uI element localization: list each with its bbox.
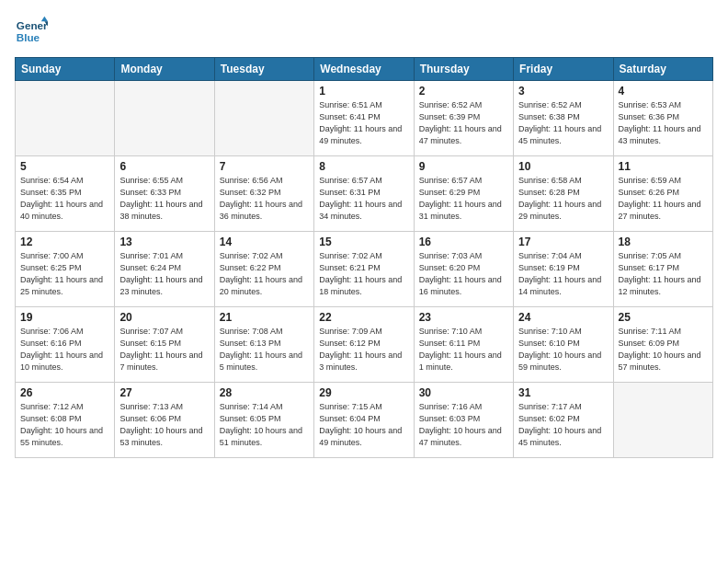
calendar-cell: 10Sunrise: 6:58 AM Sunset: 6:28 PM Dayli…: [514, 156, 613, 232]
calendar-cell: 4Sunrise: 6:53 AM Sunset: 6:36 PM Daylig…: [613, 81, 712, 156]
day-number: 23: [419, 311, 508, 324]
day-info: Sunrise: 7:05 AM Sunset: 6:17 PM Dayligh…: [619, 250, 708, 298]
weekday-header-sunday: Sunday: [16, 58, 115, 81]
day-number: 31: [518, 386, 608, 399]
day-number: 29: [319, 386, 408, 399]
day-info: Sunrise: 7:09 AM Sunset: 6:12 PM Dayligh…: [319, 326, 408, 373]
day-info: Sunrise: 6:56 AM Sunset: 6:32 PM Dayligh…: [220, 175, 309, 223]
day-number: 18: [619, 236, 708, 248]
day-info: Sunrise: 7:10 AM Sunset: 6:11 PM Dayligh…: [419, 326, 508, 373]
week-row-4: 19Sunrise: 7:06 AM Sunset: 6:16 PM Dayli…: [16, 307, 713, 383]
day-number: 3: [518, 85, 608, 98]
day-number: 7: [220, 160, 309, 173]
day-info: Sunrise: 7:04 AM Sunset: 6:19 PM Dayligh…: [518, 250, 608, 298]
day-number: 8: [319, 160, 408, 173]
header: General Blue: [15, 15, 713, 48]
day-number: 6: [119, 160, 209, 173]
day-info: Sunrise: 6:53 AM Sunset: 6:36 PM Dayligh…: [619, 99, 708, 147]
calendar-cell: 1Sunrise: 6:51 AM Sunset: 6:41 PM Daylig…: [314, 81, 414, 156]
calendar-cell: 28Sunrise: 7:14 AM Sunset: 6:05 PM Dayli…: [214, 383, 313, 458]
calendar-cell: 19Sunrise: 7:06 AM Sunset: 6:16 PM Dayli…: [16, 307, 115, 383]
calendar-cell: 20Sunrise: 7:07 AM Sunset: 6:15 PM Dayli…: [115, 307, 214, 383]
weekday-header-row: SundayMondayTuesdayWednesdayThursdayFrid…: [16, 58, 713, 81]
day-info: Sunrise: 7:12 AM Sunset: 6:08 PM Dayligh…: [20, 401, 109, 449]
weekday-header-wednesday: Wednesday: [314, 58, 414, 81]
day-info: Sunrise: 7:13 AM Sunset: 6:06 PM Dayligh…: [119, 401, 209, 449]
page-container: General Blue SundayMondayTuesdayWednesda…: [0, 0, 728, 465]
day-info: Sunrise: 6:51 AM Sunset: 6:41 PM Dayligh…: [319, 99, 408, 147]
day-number: 14: [220, 236, 309, 248]
week-row-3: 12Sunrise: 7:00 AM Sunset: 6:25 PM Dayli…: [16, 232, 713, 307]
calendar-cell: 23Sunrise: 7:10 AM Sunset: 6:11 PM Dayli…: [414, 307, 513, 383]
day-number: 16: [419, 236, 508, 248]
week-row-5: 26Sunrise: 7:12 AM Sunset: 6:08 PM Dayli…: [16, 383, 713, 458]
day-info: Sunrise: 7:06 AM Sunset: 6:16 PM Dayligh…: [20, 326, 109, 373]
day-info: Sunrise: 7:17 AM Sunset: 6:02 PM Dayligh…: [518, 401, 608, 449]
day-number: 19: [20, 311, 109, 324]
calendar-cell: 31Sunrise: 7:17 AM Sunset: 6:02 PM Dayli…: [514, 383, 613, 458]
day-number: 10: [518, 160, 608, 173]
day-info: Sunrise: 7:10 AM Sunset: 6:10 PM Dayligh…: [518, 326, 608, 373]
day-info: Sunrise: 6:57 AM Sunset: 6:29 PM Dayligh…: [419, 175, 508, 223]
day-info: Sunrise: 7:03 AM Sunset: 6:20 PM Dayligh…: [419, 250, 508, 298]
day-info: Sunrise: 7:16 AM Sunset: 6:03 PM Dayligh…: [419, 401, 508, 449]
day-number: 21: [220, 311, 309, 324]
calendar-cell: 18Sunrise: 7:05 AM Sunset: 6:17 PM Dayli…: [613, 232, 712, 307]
day-info: Sunrise: 7:15 AM Sunset: 6:04 PM Dayligh…: [319, 401, 408, 449]
day-number: 11: [619, 160, 708, 173]
day-number: 1: [319, 85, 408, 98]
calendar-cell: 12Sunrise: 7:00 AM Sunset: 6:25 PM Dayli…: [16, 232, 115, 307]
calendar-cell: 2Sunrise: 6:52 AM Sunset: 6:39 PM Daylig…: [414, 81, 513, 156]
calendar-cell: 26Sunrise: 7:12 AM Sunset: 6:08 PM Dayli…: [16, 383, 115, 458]
calendar-cell: 7Sunrise: 6:56 AM Sunset: 6:32 PM Daylig…: [214, 156, 313, 232]
day-number: 9: [419, 160, 508, 173]
day-number: 28: [220, 386, 309, 399]
calendar-cell: 15Sunrise: 7:02 AM Sunset: 6:21 PM Dayli…: [314, 232, 414, 307]
day-info: Sunrise: 6:55 AM Sunset: 6:33 PM Dayligh…: [119, 175, 209, 223]
weekday-header-tuesday: Tuesday: [214, 58, 313, 81]
day-info: Sunrise: 7:07 AM Sunset: 6:15 PM Dayligh…: [119, 326, 209, 373]
svg-text:Blue: Blue: [17, 31, 40, 43]
calendar-cell: 27Sunrise: 7:13 AM Sunset: 6:06 PM Dayli…: [115, 383, 214, 458]
day-number: 22: [319, 311, 408, 324]
calendar-cell: [115, 81, 214, 156]
day-info: Sunrise: 6:54 AM Sunset: 6:35 PM Dayligh…: [20, 175, 109, 223]
weekday-header-monday: Monday: [115, 58, 214, 81]
day-info: Sunrise: 7:02 AM Sunset: 6:21 PM Dayligh…: [319, 250, 408, 298]
day-number: 20: [119, 311, 209, 324]
calendar-cell: 21Sunrise: 7:08 AM Sunset: 6:13 PM Dayli…: [214, 307, 313, 383]
day-info: Sunrise: 6:59 AM Sunset: 6:26 PM Dayligh…: [619, 175, 708, 223]
day-number: 5: [20, 160, 109, 173]
calendar-cell: 3Sunrise: 6:52 AM Sunset: 6:38 PM Daylig…: [514, 81, 613, 156]
calendar-cell: 6Sunrise: 6:55 AM Sunset: 6:33 PM Daylig…: [115, 156, 214, 232]
calendar-cell: 9Sunrise: 6:57 AM Sunset: 6:29 PM Daylig…: [414, 156, 513, 232]
day-number: 12: [20, 236, 109, 248]
day-info: Sunrise: 7:00 AM Sunset: 6:25 PM Dayligh…: [20, 250, 109, 298]
day-info: Sunrise: 6:52 AM Sunset: 6:38 PM Dayligh…: [518, 99, 608, 147]
day-number: 26: [20, 386, 109, 399]
week-row-2: 5Sunrise: 6:54 AM Sunset: 6:35 PM Daylig…: [16, 156, 713, 232]
calendar-cell: [613, 383, 712, 458]
calendar-cell: 13Sunrise: 7:01 AM Sunset: 6:24 PM Dayli…: [115, 232, 214, 307]
calendar-cell: 24Sunrise: 7:10 AM Sunset: 6:10 PM Dayli…: [514, 307, 613, 383]
calendar-cell: 22Sunrise: 7:09 AM Sunset: 6:12 PM Dayli…: [314, 307, 414, 383]
day-info: Sunrise: 7:14 AM Sunset: 6:05 PM Dayligh…: [220, 401, 309, 449]
week-row-1: 1Sunrise: 6:51 AM Sunset: 6:41 PM Daylig…: [16, 81, 713, 156]
calendar-cell: 16Sunrise: 7:03 AM Sunset: 6:20 PM Dayli…: [414, 232, 513, 307]
day-info: Sunrise: 7:01 AM Sunset: 6:24 PM Dayligh…: [119, 250, 209, 298]
calendar-cell: 30Sunrise: 7:16 AM Sunset: 6:03 PM Dayli…: [414, 383, 513, 458]
day-number: 17: [518, 236, 608, 248]
logo: General Blue: [15, 15, 48, 48]
day-info: Sunrise: 6:58 AM Sunset: 6:28 PM Dayligh…: [518, 175, 608, 223]
calendar-cell: 14Sunrise: 7:02 AM Sunset: 6:22 PM Dayli…: [214, 232, 313, 307]
day-number: 30: [419, 386, 508, 399]
day-info: Sunrise: 7:11 AM Sunset: 6:09 PM Dayligh…: [619, 326, 708, 373]
day-info: Sunrise: 7:02 AM Sunset: 6:22 PM Dayligh…: [220, 250, 309, 298]
day-info: Sunrise: 6:57 AM Sunset: 6:31 PM Dayligh…: [319, 175, 408, 223]
day-number: 25: [619, 311, 708, 324]
calendar-table: SundayMondayTuesdayWednesdayThursdayFrid…: [15, 57, 713, 458]
calendar-cell: 29Sunrise: 7:15 AM Sunset: 6:04 PM Dayli…: [314, 383, 414, 458]
logo-icon: General Blue: [15, 15, 48, 48]
weekday-header-saturday: Saturday: [613, 58, 712, 81]
day-number: 4: [619, 85, 708, 98]
